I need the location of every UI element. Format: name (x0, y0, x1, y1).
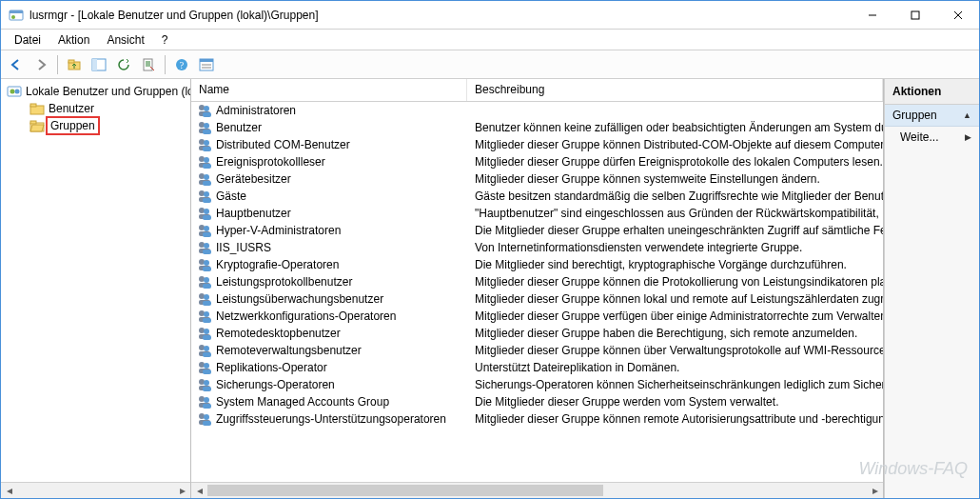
group-description: Mitglieder dieser Gruppe können über Ver… (467, 344, 883, 357)
group-icon (197, 257, 212, 272)
list-item[interactable]: Distributed COM-BenutzerMitglieder diese… (191, 136, 883, 153)
list-item[interactable]: Replikations-OperatorUnterstützt Dateire… (191, 359, 883, 376)
scroll-right-icon[interactable]: ▸ (174, 483, 190, 498)
svg-rect-24 (30, 121, 36, 124)
titlebar: lusrmgr - [Lokale Benutzer und Gruppen (… (1, 1, 979, 30)
list-item[interactable]: EreignisprotokollleserMitglieder dieser … (191, 153, 883, 170)
group-icon (197, 120, 212, 135)
submenu-icon: ▶ (965, 132, 971, 142)
svg-point-25 (199, 105, 205, 110)
help-button[interactable]: ? (170, 53, 193, 76)
svg-point-69 (199, 293, 205, 299)
svg-point-26 (204, 106, 209, 111)
svg-rect-1 (10, 10, 23, 13)
tree-root-label: Lokale Benutzer und Gruppen (lokal) (26, 85, 191, 98)
group-name: Hauptbenutzer (216, 207, 467, 220)
content-area: Lokale Benutzer und Gruppen (lokal) Benu… (1, 79, 979, 498)
group-icon (197, 274, 212, 289)
group-name: Hyper-V-Administratoren (216, 224, 467, 237)
group-name: IIS_IUSRS (216, 241, 467, 254)
maximize-button[interactable] (893, 1, 936, 29)
group-description: Mitglieder dieser Gruppe können systemwe… (467, 172, 883, 186)
export-button[interactable] (137, 53, 160, 76)
scroll-right-icon[interactable]: ▸ (867, 483, 883, 498)
svg-point-77 (199, 328, 205, 333)
svg-rect-28 (203, 112, 211, 117)
list-scrollbar[interactable]: ◂ ▸ (191, 482, 883, 498)
list-item[interactable]: LeistungsprotokollbenutzerMitglieder die… (191, 273, 883, 290)
column-description[interactable]: Beschreibung (467, 79, 883, 101)
up-button[interactable] (63, 53, 86, 76)
menu-file[interactable]: Datei (7, 31, 49, 49)
svg-point-94 (204, 397, 209, 403)
actions-section-groups[interactable]: Gruppen ▲ (885, 105, 979, 127)
list-item[interactable]: RemotedesktopbenutzerMitglieder dieser G… (191, 325, 883, 342)
scroll-track[interactable] (207, 483, 867, 498)
svg-point-53 (199, 225, 205, 230)
scroll-left-icon[interactable]: ◂ (191, 483, 207, 498)
list-item[interactable]: Hauptbenutzer"Hauptbenutzer" sind einges… (191, 205, 883, 222)
list-item[interactable]: Administratoren (191, 102, 883, 119)
list-item[interactable]: Kryptografie-OperatorenDie Mitglieder si… (191, 256, 883, 273)
group-icon (197, 206, 212, 221)
minimize-button[interactable] (851, 1, 893, 29)
tree-groups[interactable]: Gruppen (3, 117, 188, 134)
menu-help[interactable]: ? (154, 31, 176, 49)
tree-pane[interactable]: Lokale Benutzer und Gruppen (lokal) Benu… (1, 79, 191, 498)
svg-rect-40 (203, 164, 211, 169)
close-button[interactable] (936, 1, 979, 29)
list-item[interactable]: BenutzerBenutzer können keine zufälligen… (191, 119, 883, 136)
refresh-button[interactable] (112, 53, 135, 76)
svg-point-33 (199, 139, 205, 145)
list-item[interactable]: System Managed Accounts GroupDie Mitglie… (191, 393, 883, 410)
show-hide-tree-button[interactable] (88, 53, 110, 76)
tree-root[interactable]: Lokale Benutzer und Gruppen (lokal) (3, 83, 188, 100)
list-item[interactable]: RemoteverwaltungsbenutzerMitglieder dies… (191, 342, 883, 359)
scroll-left-icon[interactable]: ◂ (1, 483, 17, 498)
column-name[interactable]: Name (191, 79, 467, 101)
back-button[interactable] (5, 53, 28, 76)
svg-point-90 (204, 380, 209, 386)
svg-rect-11 (144, 59, 152, 70)
list-item[interactable]: GerätebesitzerMitglieder dieser Gruppe k… (191, 170, 883, 188)
menu-view[interactable]: Ansicht (99, 31, 151, 49)
svg-rect-36 (203, 147, 211, 151)
group-description: Mitglieder dieser Gruppe können Distribu… (467, 138, 883, 151)
forward-button[interactable] (29, 53, 52, 76)
actions-more[interactable]: Weite... ▶ (885, 127, 979, 148)
tree-scrollbar[interactable]: ◂ ▸ (1, 482, 190, 498)
app-icon (9, 8, 24, 23)
actions-more-label: Weite... (900, 130, 938, 144)
group-name: Gäste (216, 190, 467, 203)
list-item[interactable]: Zugriffssteuerungs-Unterstützungsoperato… (191, 410, 883, 428)
list-item[interactable]: LeistungsüberwachungsbenutzerMitglieder … (191, 290, 883, 308)
group-name: Kryptografie-Operatoren (216, 258, 467, 271)
collapse-icon: ▲ (963, 110, 971, 120)
svg-point-82 (204, 346, 209, 351)
svg-rect-52 (203, 215, 211, 220)
svg-point-61 (199, 259, 205, 265)
svg-point-41 (199, 173, 205, 179)
svg-point-70 (204, 294, 209, 300)
list-item[interactable]: Netzwerkkonfigurations-OperatorenMitglie… (191, 308, 883, 325)
tree-users[interactable]: Benutzer (3, 100, 188, 117)
svg-rect-80 (203, 335, 211, 340)
group-description: Von Internetinformationsdiensten verwend… (467, 241, 883, 254)
group-description: Mitglieder dieser Gruppe dürfen Ereignis… (467, 155, 883, 169)
properties-button[interactable] (195, 53, 218, 76)
svg-point-45 (199, 190, 205, 196)
scroll-thumb[interactable] (207, 485, 603, 496)
svg-point-2 (11, 15, 15, 19)
scroll-track[interactable] (17, 483, 174, 498)
group-description: Gäste besitzen standardmäßig die selben … (467, 190, 883, 203)
list-item[interactable]: IIS_IUSRSVon Internetinformationsdienste… (191, 239, 883, 256)
svg-rect-64 (203, 267, 211, 271)
list-item[interactable]: Sicherungs-OperatorenSicherungs-Operator… (191, 376, 883, 393)
list-body[interactable]: AdministratorenBenutzerBenutzer können k… (191, 102, 883, 482)
list-item[interactable]: GästeGäste besitzen standardmäßig die se… (191, 188, 883, 205)
group-name: Netzwerkkonfigurations-Operatoren (216, 309, 467, 323)
group-icon (197, 291, 212, 307)
group-name: Sicherungs-Operatoren (216, 378, 467, 391)
menu-action[interactable]: Aktion (50, 31, 97, 49)
list-item[interactable]: Hyper-V-AdministratorenDie Mitglieder di… (191, 222, 883, 239)
